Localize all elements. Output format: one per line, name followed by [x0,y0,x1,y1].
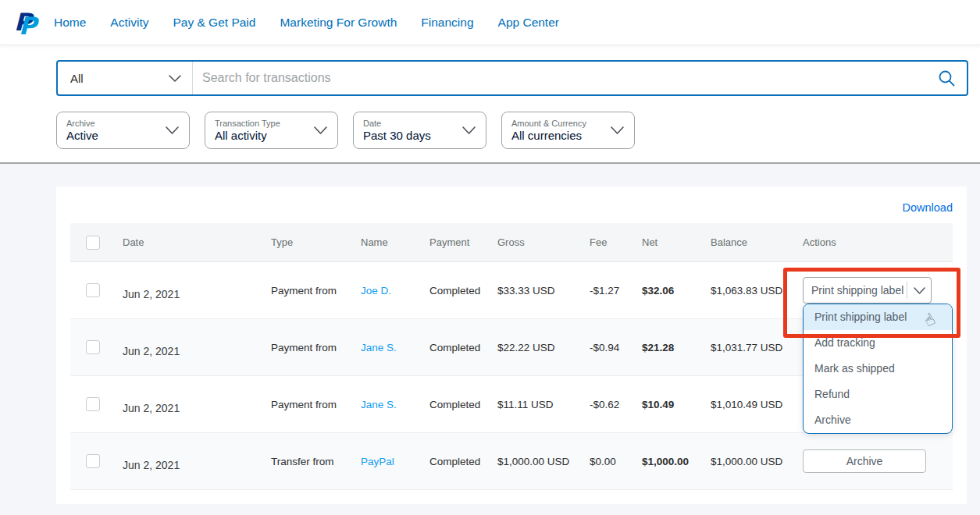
archive-button[interactable]: Archive [803,449,926,473]
cell-type: Payment from [271,285,361,297]
cell-name-link[interactable]: PayPal [361,456,394,467]
filter-date-label: Date [363,119,431,128]
search-scope-value: All [70,72,84,85]
cell-net: $21.28 [642,342,711,353]
cell-date: Jun 2, 2021 [123,288,271,300]
action-dropdown-label: Print shipping label [804,284,907,297]
cell-gross: $22.22 USD [497,342,590,353]
row-checkbox[interactable] [86,283,100,297]
cell-balance: $1,000.00 USD [711,456,803,467]
cell-fee: -$1.27 [590,285,642,297]
nav-item-activity[interactable]: Activity [110,16,148,30]
cell-gross: $11.11 USD [497,399,590,410]
chevron-down-icon [314,126,327,134]
cell-name-link[interactable]: Jane S. [361,342,397,353]
cell-type: Transfer from [271,456,361,467]
cell-date: Jun 2, 2021 [123,345,271,357]
table-row: Jun 2, 2021 Transfer from PayPal Complet… [70,433,953,490]
nav-item-home[interactable]: Home [54,16,86,30]
cell-type: Payment from [271,399,361,410]
cell-fee: -$0.94 [590,342,642,353]
select-all-checkbox[interactable] [86,236,100,250]
chevron-down-icon [169,75,181,82]
header-type: Type [271,236,361,248]
filter-amount-currency-value: All currencies [511,129,586,142]
filter-row: Archive Active Transaction Type All acti… [56,112,980,149]
cell-payment-status: Completed [429,342,497,353]
nav-item-app-center[interactable]: App Center [498,16,559,30]
cell-name-link[interactable]: Jane S. [361,399,397,410]
menu-item-add-tracking[interactable]: Add tracking [804,330,952,356]
cell-gross: $1,000.00 USD [497,456,590,467]
cell-net: $10.49 [642,399,711,410]
cell-balance: $1,063.83 USD [711,285,803,297]
search-input[interactable] [193,62,938,94]
filter-transaction-type-value: All activity [215,129,280,142]
cell-fee: -$0.62 [590,399,642,410]
menu-item-refund[interactable]: Refund [804,382,952,407]
chevron-down-icon [907,287,931,294]
search-bar: All [56,60,968,96]
cell-net: $1,000.00 [642,456,711,467]
header-name: Name [361,236,429,248]
cell-name-link[interactable]: Joe D. [361,285,391,297]
nav-links: Home Activity Pay & Get Paid Marketing F… [54,16,559,30]
header-gross: Gross [497,236,590,248]
menu-item-mark-as-shipped[interactable]: Mark as shipped [804,356,952,382]
filter-date-value: Past 30 days [363,129,431,142]
chevron-down-icon [166,126,179,134]
search-scope-dropdown[interactable]: All [58,62,193,94]
filter-transaction-type[interactable]: Transaction Type All activity [205,112,338,149]
search-icon[interactable] [938,69,956,87]
nav-item-pay-get-paid[interactable]: Pay & Get Paid [173,16,255,30]
download-row: Download [70,186,953,223]
download-link[interactable]: Download [903,201,953,214]
cell-payment-status: Completed [429,285,497,297]
header-balance: Balance [711,236,803,248]
filter-archive-label: Archive [66,119,98,128]
filter-amount-currency-label: Amount & Currency [511,119,586,128]
cell-date: Jun 2, 2021 [123,459,271,471]
cell-type: Payment from [271,342,361,353]
action-dropdown-button[interactable]: Print shipping label [803,277,932,304]
cell-payment-status: Completed [429,456,497,467]
top-navigation: P P Home Activity Pay & Get Paid Marketi… [0,0,980,44]
chevron-down-icon [611,126,624,134]
cell-date: Jun 2, 2021 [123,402,271,414]
cell-balance: $1,010.49 USD [711,399,803,410]
cell-payment-status: Completed [429,399,497,410]
cell-gross: $33.33 USD [497,285,590,297]
cell-balance: $1,031.77 USD [711,342,803,353]
header-net: Net [642,236,711,248]
filter-amount-currency[interactable]: Amount & Currency All currencies [501,112,635,149]
search-filter-section: All Archive Active Transaction Type All … [0,44,980,164]
menu-item-archive[interactable]: Archive [804,407,952,433]
header-payment: Payment [429,236,497,248]
nav-item-marketing-for-growth[interactable]: Marketing For Growth [280,16,397,30]
filter-date[interactable]: Date Past 30 days [353,112,486,149]
row-checkbox[interactable] [86,397,100,411]
row-checkbox[interactable] [86,454,100,468]
cell-fee: $0.00 [590,456,642,467]
page: P P Home Activity Pay & Get Paid Marketi… [0,0,980,515]
filter-transaction-type-label: Transaction Type [215,119,280,128]
paypal-logo-icon[interactable]: P P [9,7,42,38]
header-date: Date [123,236,271,248]
row-checkbox[interactable] [86,340,100,354]
header-fee: Fee [590,236,642,248]
nav-item-financing[interactable]: Financing [421,16,473,30]
header-actions: Actions [803,236,953,248]
filter-archive[interactable]: Archive Active [56,112,190,149]
chevron-down-icon [462,126,476,134]
cell-net: $32.06 [642,285,711,297]
filter-archive-value: Active [66,129,98,142]
table-header-row: Date Type Name Payment Gross Fee Net Bal… [70,223,953,262]
